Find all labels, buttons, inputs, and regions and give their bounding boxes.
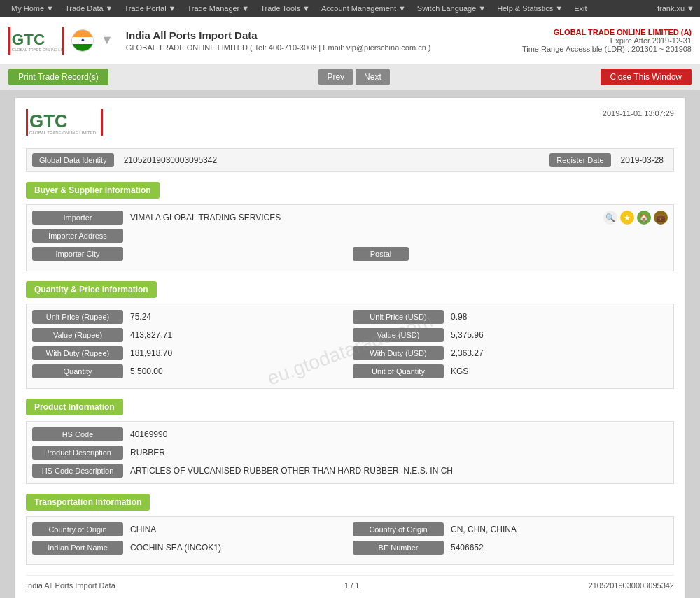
svg-rect-8 xyxy=(101,109,103,136)
hs-code-row: HS Code 40169990 xyxy=(32,427,668,441)
importer-city-postal-row: Importer City Postal xyxy=(32,247,668,261)
transportation-section: Transportation Information Country of Or… xyxy=(26,494,674,565)
time-range: Time Range Accessible (LDR) : 201301 ~ 2… xyxy=(522,45,692,53)
india-flag: ✦ xyxy=(71,29,94,52)
company-name: GLOBAL TRADE ONLINE LIMITED (A) xyxy=(522,28,692,36)
next-button-top[interactable]: Next xyxy=(356,69,390,85)
print-button-top[interactable]: Print Trade Record(s) xyxy=(8,69,108,85)
star-icon[interactable]: ★ xyxy=(620,211,634,225)
quantity-price-body: Unit Price (Rupee) 75.24 Unit Price (USD… xyxy=(26,304,674,389)
transportation-body: Country of Origin CHINA Country of Origi… xyxy=(26,516,674,565)
card-timestamp: 2019-11-01 13:07:29 xyxy=(603,109,674,118)
country-origin-label: Country of Origin xyxy=(32,522,123,536)
search-icon[interactable]: 🔍 xyxy=(603,211,617,225)
with-duty-usd-value: 2,363.27 xyxy=(448,348,668,358)
header-bar: GTC GLOBAL TRADE ONLINE LIMITED ✦ ▼ Indi… xyxy=(0,17,700,64)
nav-trade-manager[interactable]: Trade Manager ▼ xyxy=(181,0,255,17)
value-usd-label: Value (USD) xyxy=(353,328,444,342)
nav-my-home[interactable]: My Home ▼ xyxy=(6,0,59,17)
country-origin2-label: Country of Origin xyxy=(353,522,444,536)
with-duty-rupee-col: With Duty (Rupee) 181,918.70 xyxy=(32,346,347,360)
svg-text:GLOBAL TRADE ONLINE LIMITED: GLOBAL TRADE ONLINE LIMITED xyxy=(12,48,64,52)
postal-col: Postal xyxy=(353,247,668,261)
nav-trade-portal[interactable]: Trade Portal ▼ xyxy=(118,0,181,17)
register-date-label: Register Date xyxy=(550,153,610,167)
quantity-value: 5,500.00 xyxy=(127,366,347,376)
unit-price-rupee-value: 75.24 xyxy=(127,312,347,322)
top-navigation: My Home ▼ Trade Data ▼ Trade Portal ▼ Tr… xyxy=(0,0,700,17)
unit-of-quantity-value: KGS xyxy=(448,366,668,376)
hs-code-value: 40169990 xyxy=(127,429,668,439)
country-origin2-value: CN, CHN, CHINA xyxy=(448,525,668,534)
header-title-area: India All Ports Import Data GLOBAL TRADE… xyxy=(126,29,431,52)
card-footer-left: India All Ports Import Data xyxy=(26,581,115,590)
prev-button-top[interactable]: Prev xyxy=(318,69,353,85)
register-date-value: 2019-03-28 xyxy=(617,155,668,165)
buyer-supplier-section: Buyer & Supplier Information Importer VI… xyxy=(26,182,674,271)
quantity-price-section: Quantity & Price Information Unit Price … xyxy=(26,281,674,389)
svg-rect-4 xyxy=(62,27,64,55)
nav-trade-tools[interactable]: Trade Tools ▼ xyxy=(255,0,316,17)
country-origin2-col: Country of Origin CN, CHN, CHINA xyxy=(353,522,668,536)
importer-address-label: Importer Address xyxy=(32,229,123,243)
expire-info: Expire After 2019-12-31 xyxy=(522,36,692,45)
hs-code-desc-row: HS Code Description ARTICLES OF VULCANIS… xyxy=(32,464,668,478)
card-footer-center: 1 / 1 xyxy=(344,581,359,590)
unit-price-rupee-col: Unit Price (Rupee) 75.24 xyxy=(32,310,347,324)
svg-rect-3 xyxy=(8,27,10,55)
card-header: GTC GLOBAL TRADE ONLINE LIMITED 2019-11-… xyxy=(26,109,674,137)
quantity-col: Quantity 5,500.00 xyxy=(32,364,347,378)
card-footer-right: 21052019030003095342 xyxy=(589,581,674,590)
close-button-top[interactable]: Close This Window xyxy=(601,69,692,85)
unit-of-quantity-col: Unit of Quantity KGS xyxy=(353,364,668,378)
importer-label: Importer xyxy=(32,211,123,225)
svg-text:GTC: GTC xyxy=(29,111,68,131)
identity-row: Global Data Identity 2105201903000309534… xyxy=(26,148,674,172)
briefcase-icon[interactable]: 💼 xyxy=(654,211,668,225)
importer-city-col: Importer City xyxy=(32,247,347,261)
with-duty-row: With Duty (Rupee) 181,918.70 With Duty (… xyxy=(32,346,668,360)
header-subtitle: GLOBAL TRADE ONLINE LIMITED ( Tel: 400-7… xyxy=(126,43,431,52)
importer-city-label: Importer City xyxy=(32,247,123,261)
global-data-identity-label: Global Data Identity xyxy=(32,153,114,167)
card-logo: GTC GLOBAL TRADE ONLINE LIMITED xyxy=(26,109,103,137)
value-row: Value (Rupee) 413,827.71 Value (USD) 5,3… xyxy=(32,328,668,342)
value-rupee-value: 413,827.71 xyxy=(127,330,347,340)
product-desc-row: Product Description RUBBER xyxy=(32,446,668,460)
flag-dropdown[interactable]: ▼ xyxy=(101,33,113,48)
unit-price-usd-value: 0.98 xyxy=(448,312,668,322)
action-bar-top: Print Trade Record(s) Prev Next Close Th… xyxy=(0,64,700,90)
global-data-identity-value: 21052019030003095342 xyxy=(120,155,221,165)
buyer-supplier-body: Importer VIMALA GLOBAL TRADING SERVICES … xyxy=(26,204,674,271)
value-rupee-label: Value (Rupee) xyxy=(32,328,123,342)
be-number-value: 5406652 xyxy=(448,543,668,553)
home-icon[interactable]: 🏠 xyxy=(637,211,651,225)
be-number-col: BE Number 5406652 xyxy=(353,541,668,555)
postal-label: Postal xyxy=(353,247,409,261)
quantity-row: Quantity 5,500.00 Unit of Quantity KGS xyxy=(32,364,668,378)
svg-text:GTC: GTC xyxy=(12,30,45,48)
importer-value: VIMALA GLOBAL TRADING SERVICES xyxy=(127,213,599,222)
hs-code-label: HS Code xyxy=(32,427,123,441)
product-desc-value: RUBBER xyxy=(127,448,668,457)
nav-exit[interactable]: Exit xyxy=(568,0,592,17)
unit-of-quantity-label: Unit of Quantity xyxy=(353,364,444,378)
value-rupee-col: Value (Rupee) 413,827.71 xyxy=(32,328,347,342)
hs-code-desc-value: ARTICLES OF VULCANISED RUBBER OTHER THAN… xyxy=(127,466,668,476)
card-footer: India All Ports Import Data 1 / 1 210520… xyxy=(26,575,674,590)
nav-account-management[interactable]: Account Management ▼ xyxy=(316,0,412,17)
product-desc-label: Product Description xyxy=(32,446,123,460)
nav-help-statistics[interactable]: Help & Statistics ▼ xyxy=(491,0,568,17)
nav-trade-data[interactable]: Trade Data ▼ xyxy=(59,0,119,17)
hs-code-desc-label: HS Code Description xyxy=(32,464,123,478)
importer-row: Importer VIMALA GLOBAL TRADING SERVICES … xyxy=(32,211,668,225)
quantity-price-header: Quantity & Price Information xyxy=(26,281,157,298)
nav-switch-language[interactable]: Switch Language ▼ xyxy=(412,0,491,17)
nav-user[interactable]: frank.xu ▼ xyxy=(657,4,694,13)
svg-text:GLOBAL TRADE ONLINE LIMITED: GLOBAL TRADE ONLINE LIMITED xyxy=(29,131,97,135)
unit-price-usd-label: Unit Price (USD) xyxy=(353,310,444,324)
logo-area: GTC GLOBAL TRADE ONLINE LIMITED ✦ ▼ Indi… xyxy=(8,23,430,58)
be-number-label: BE Number xyxy=(353,541,444,555)
importer-address-row: Importer Address xyxy=(32,229,668,243)
indian-port-col: Indian Port Name COCHIN SEA (INCOK1) xyxy=(32,541,347,555)
